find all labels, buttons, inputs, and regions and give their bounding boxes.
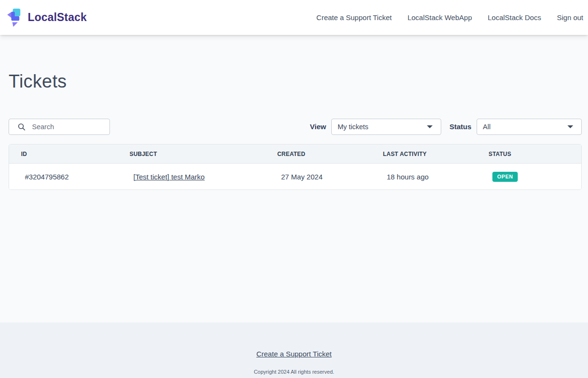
nav-sign-out[interactable]: Sign out	[557, 13, 583, 22]
top-nav: Create a Support Ticket LocalStack WebAp…	[316, 13, 583, 22]
column-header-subject: SUBJECT	[118, 145, 265, 164]
tickets-table: ID SUBJECT CREATED LAST ACTIVITY STATUS …	[9, 144, 582, 190]
copyright-text: Copyright 2024 All rights reserved.	[0, 369, 588, 375]
toolbar: View My tickets Status All	[9, 119, 582, 135]
nav-create-support-ticket[interactable]: Create a Support Ticket	[316, 13, 392, 22]
ticket-last-activity: 18 hours ago	[371, 164, 477, 189]
ticket-subject-link[interactable]: [Test ticket] test Marko	[133, 173, 205, 181]
column-header-created: CREATED	[265, 145, 371, 164]
ticket-created: 27 May 2024	[265, 164, 371, 189]
search-input[interactable]	[31, 122, 106, 131]
column-header-status: STATUS	[477, 145, 581, 164]
view-select-value: My tickets	[338, 123, 368, 131]
table-row: #3204795862 [Test ticket] test Marko 27 …	[9, 164, 581, 189]
footer-create-support-ticket-link[interactable]: Create a Support Ticket	[256, 350, 332, 358]
status-select[interactable]: All	[477, 119, 582, 135]
chevron-down-icon	[567, 125, 573, 128]
column-header-last-activity: LAST ACTIVITY	[371, 145, 477, 164]
search-icon	[17, 122, 26, 131]
page-title: Tickets	[9, 72, 582, 91]
view-select[interactable]: My tickets	[331, 119, 441, 135]
status-filter-label: Status	[449, 122, 471, 131]
search-box[interactable]	[9, 119, 110, 135]
view-filter-label: View	[310, 122, 326, 131]
footer: Create a Support Ticket Copyright 2024 A…	[0, 322, 588, 378]
status-badge: OPEN	[492, 172, 518, 182]
ticket-id: #3204795862	[9, 164, 118, 189]
main-content: Tickets View My tickets Status All	[0, 35, 588, 322]
localstack-logo-icon	[7, 8, 24, 28]
nav-localstack-webapp[interactable]: LocalStack WebApp	[407, 13, 472, 22]
brand-name: LocalStack	[28, 11, 87, 24]
table-header-row: ID SUBJECT CREATED LAST ACTIVITY STATUS	[9, 145, 581, 164]
filters: View My tickets Status All	[310, 119, 582, 135]
app-bar: LocalStack Create a Support Ticket Local…	[0, 0, 588, 35]
chevron-down-icon	[427, 125, 433, 128]
localstack-logo: LocalStack	[7, 8, 87, 28]
column-header-id: ID	[9, 145, 118, 164]
nav-localstack-docs[interactable]: LocalStack Docs	[488, 13, 541, 22]
status-select-value: All	[483, 123, 490, 131]
